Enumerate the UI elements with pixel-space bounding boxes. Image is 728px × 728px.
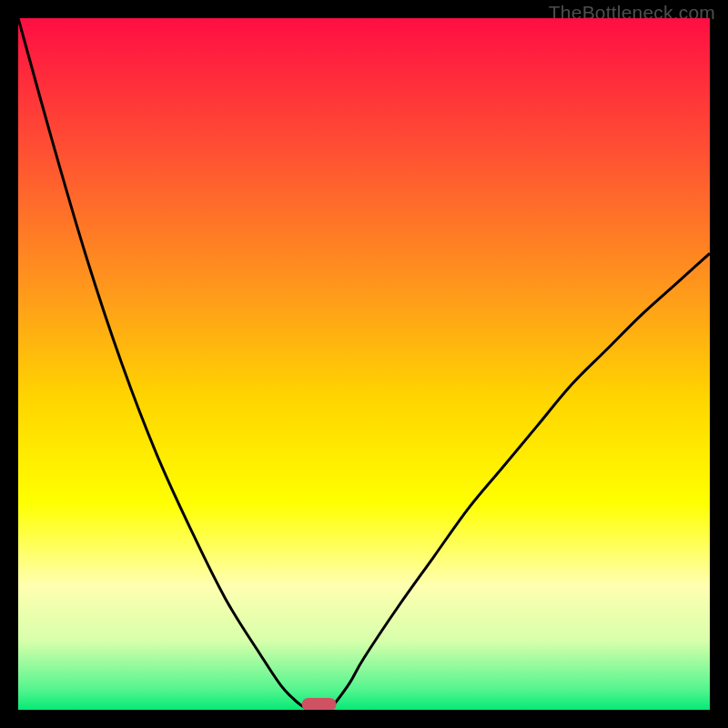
plot-area	[18, 18, 710, 710]
bottleneck-marker	[302, 698, 337, 710]
chart-frame: TheBottleneck.com	[0, 0, 728, 728]
chart-svg	[18, 18, 710, 710]
